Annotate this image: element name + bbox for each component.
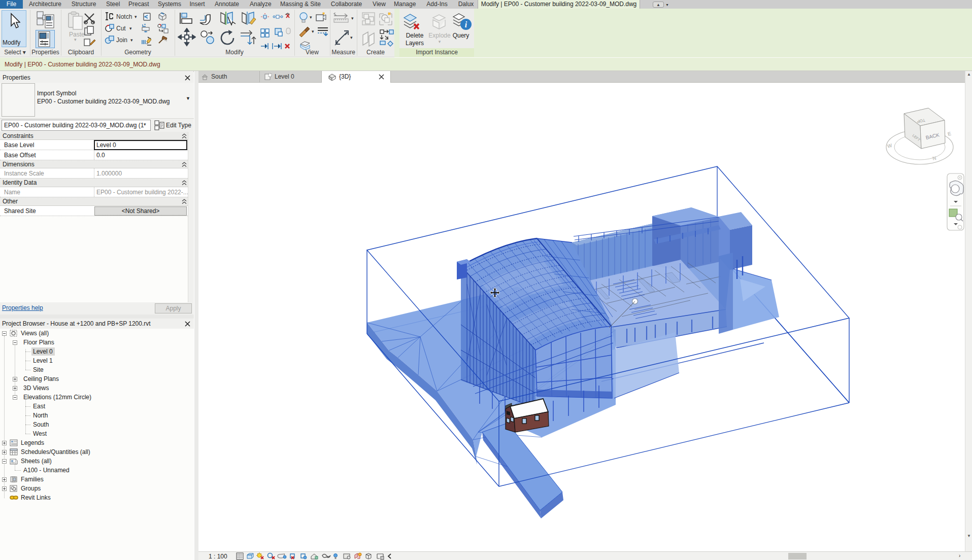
svg-text:E: E	[947, 130, 952, 136]
svg-text:i: i	[465, 20, 467, 29]
svg-text:N: N	[932, 155, 936, 161]
svg-text:W: W	[887, 143, 893, 149]
